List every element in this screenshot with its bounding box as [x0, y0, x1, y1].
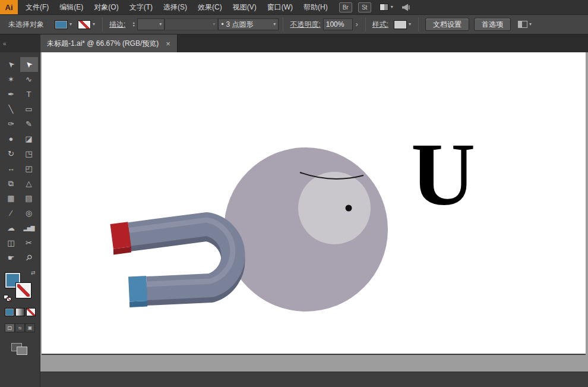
toolbar-collapse-button[interactable]: « [3, 40, 7, 47]
zoom-tool[interactable]: ⚲ [20, 250, 38, 265]
opacity-input[interactable]: 100% [323, 18, 353, 30]
selection-status: 未选择对象 [8, 20, 44, 30]
chevron-down-icon: ▾ [391, 5, 393, 10]
pencil-tool-icon: ✎ [26, 119, 32, 128]
stroke-weight-stepper[interactable]: ▴ ▾ [130, 21, 137, 27]
stroke-weight-label[interactable]: 描边: [109, 20, 125, 30]
illustrator-logo-icon: Ai [0, 0, 18, 14]
symbol-sprayer-tool[interactable]: ☁ [2, 221, 20, 235]
fill-color-swatch[interactable] [55, 20, 68, 29]
slice-tool[interactable]: ✂ [20, 235, 38, 250]
stroke-color-swatch[interactable] [78, 20, 91, 29]
menu-object[interactable]: 对象(O) [88, 0, 124, 14]
none-button[interactable] [26, 308, 36, 316]
menu-select[interactable]: 选择(S) [158, 0, 192, 14]
magnet-blue-tip-front [129, 301, 147, 307]
menu-view[interactable]: 视图(V) [227, 0, 262, 14]
document-tab[interactable]: 未标题-1.ai* @ 66.67% (RGB/预览) × [40, 34, 178, 52]
pen-tool[interactable]: ✒ [2, 87, 20, 102]
selection-tool[interactable]: ➤ [2, 57, 20, 72]
pen-tool-icon: ✒ [8, 90, 14, 99]
chevron-down-icon: ▾ [159, 22, 162, 27]
default-fill-stroke-icon[interactable] [4, 295, 12, 302]
type-tool[interactable]: T [20, 87, 38, 102]
blend-tool-icon: ◎ [26, 209, 32, 218]
opacity-expand-button[interactable]: › [353, 18, 361, 30]
menu-edit[interactable]: 编辑(E) [54, 0, 88, 14]
artboard-tool[interactable]: ◫ [2, 235, 20, 250]
width-tool-icon: ↔ [7, 164, 15, 173]
rectangle-tool[interactable]: ▭ [20, 102, 38, 117]
paintbrush-tool[interactable]: ✑ [2, 117, 20, 131]
rotate-tool[interactable]: ↻ [2, 146, 20, 161]
megaphone-icon[interactable] [402, 4, 411, 11]
line-tool[interactable]: ╲ [2, 102, 20, 117]
menu-file[interactable]: 文件(F) [20, 0, 54, 14]
chevron-down-icon: ▾ [93, 22, 95, 27]
pupil-dot[interactable] [346, 205, 352, 212]
free-transform-tool[interactable]: ◰ [20, 161, 38, 176]
hand-tool-icon: ☛ [8, 253, 15, 262]
eyedropper-tool[interactable]: ∕ [2, 206, 20, 221]
draw-inside-button[interactable]: ▣ [25, 323, 35, 332]
stroke-color-dropdown[interactable]: ▾ [78, 20, 95, 29]
magnet-blue-tip[interactable] [128, 276, 147, 302]
opacity-label[interactable]: 不透明度: [290, 20, 320, 30]
hand-tool[interactable]: ☛ [2, 250, 20, 265]
stroke-swatch[interactable] [15, 282, 31, 298]
blend-tool[interactable]: ◎ [20, 206, 38, 221]
pasteboard[interactable]: U [40, 52, 588, 387]
column-graph-tool[interactable]: ▂▅▇ [20, 221, 38, 235]
chevron-down-icon: ▾ [69, 22, 72, 27]
magnet-red-tip[interactable] [110, 222, 131, 249]
eraser-tool[interactable]: ◪ [20, 131, 38, 146]
artboard[interactable]: U [42, 52, 586, 355]
document-setup-button[interactable]: 文档设置 [425, 18, 469, 31]
direct-selection-tool[interactable]: ➤ [20, 57, 38, 72]
menu-bar: Ai 文件(F) 编辑(E) 对象(O) 文字(T) 选择(S) 效果(C) 视… [0, 0, 588, 14]
magnet[interactable] [110, 220, 233, 307]
separator [418, 17, 419, 32]
mesh-tool[interactable]: ▦ [2, 191, 20, 206]
stroke-weight-select[interactable]: ▾ [137, 18, 165, 30]
rectangle-tool-icon: ▭ [25, 105, 32, 114]
pencil-tool[interactable]: ✎ [20, 117, 38, 131]
width-tool[interactable]: ↔ [2, 161, 20, 176]
style-dropdown[interactable]: ▾ [394, 20, 411, 29]
preferences-button[interactable]: 首选项 [474, 18, 511, 31]
stepper-down-icon[interactable]: ▾ [133, 24, 135, 27]
brush-preview-dot: • [221, 20, 223, 29]
menu-effect[interactable]: 效果(C) [192, 0, 227, 14]
scale-tool[interactable]: ◳ [20, 146, 38, 161]
shape-builder-tool[interactable]: ⧉ [2, 176, 20, 191]
menu-help[interactable]: 帮助(H) [298, 0, 333, 14]
lasso-tool[interactable]: ∿ [20, 72, 38, 87]
menu-window[interactable]: 窗口(W) [262, 0, 298, 14]
blob-brush-tool[interactable]: ● [2, 131, 20, 146]
bridge-icon[interactable]: Br [339, 2, 352, 12]
magic-wand-tool-icon: ✶ [8, 75, 14, 84]
menu-type[interactable]: 文字(T) [124, 0, 158, 14]
letter-u-text[interactable]: U [411, 130, 475, 219]
tools-panel: « ➤ ➤ ✶ ∿ ✒ T ╲ ▭ ✑ ✎ ● ◪ ↻ ◳ ↔ ◰ ⧉ △ ▦ … [0, 34, 40, 387]
control-bar: 未选择对象 ▾ ▾ 描边: ▴ ▾ ▾ ▾ • 3 点圆形 ▾ 不透明度: 10… [0, 14, 588, 34]
close-icon[interactable]: × [166, 39, 170, 48]
stock-icon[interactable]: St [358, 2, 371, 12]
style-swatch[interactable] [394, 20, 407, 29]
free-transform-tool-icon: ◰ [25, 164, 32, 173]
perspective-grid-tool[interactable]: △ [20, 176, 38, 191]
brush-definition-select[interactable]: • 3 点圆形 ▾ [218, 18, 279, 30]
magic-wand-tool[interactable]: ✶ [2, 72, 20, 87]
arrange-documents-dropdown[interactable]: ▾ [518, 21, 532, 28]
style-label[interactable]: 样式: [372, 20, 388, 30]
screen-mode-button[interactable] [11, 342, 29, 356]
draw-behind-button[interactable]: ⧅ [15, 323, 25, 332]
eye-circle[interactable] [298, 172, 371, 244]
swap-fill-stroke-icon[interactable]: ⇄ [31, 270, 36, 276]
draw-normal-button[interactable]: ▢ [5, 323, 15, 332]
fill-color-dropdown[interactable]: ▾ [55, 20, 72, 29]
color-button[interactable] [5, 308, 14, 316]
workspace-switcher[interactable]: ▾ [380, 4, 393, 11]
gradient-button[interactable] [15, 308, 25, 316]
gradient-tool[interactable]: ▤ [20, 191, 38, 206]
